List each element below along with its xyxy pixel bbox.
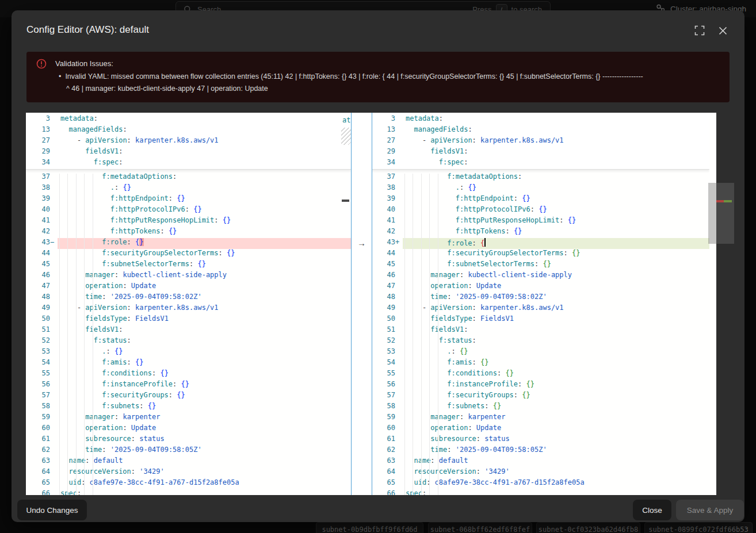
code-line[interactable]: 58 f:subnets: {}	[26, 402, 351, 413]
code-line[interactable]: 34 f:spec:	[26, 158, 351, 169]
code-line[interactable]: 63 name: default	[26, 457, 351, 467]
close-icon[interactable]	[717, 25, 728, 36]
code-line[interactable]: 49 - apiVersion: karpenter.k8s.aws/v1	[371, 304, 709, 315]
code-line[interactable]: 48 time: '2025-09-04T09:58:02Z'	[371, 293, 709, 304]
diff-removed-marker	[716, 200, 724, 202]
validation-line2: ^ 46 | manager: kubectl-client-side-appl…	[59, 83, 720, 95]
code-line[interactable]: 53 .: {}	[26, 347, 351, 358]
scrollbar-slider[interactable]	[708, 183, 734, 244]
code-line[interactable]: 3 metadata:	[26, 114, 351, 125]
code-line[interactable]: 45 f:subnetSelectorTerms: {}	[26, 260, 351, 271]
code-line[interactable]: 51 fieldsV1:	[371, 325, 709, 336]
diff-added-marker	[724, 200, 732, 202]
code-line[interactable]: 57 f:securityGroups: {}	[26, 391, 351, 402]
fullscreen-button[interactable]	[694, 25, 705, 36]
code-line[interactable]: 37 f:metadataOptions:	[26, 172, 351, 183]
code-line[interactable]: 37 f:metadataOptions:	[371, 172, 709, 183]
code-line[interactable]: 58 f:subnets: {}	[371, 402, 709, 413]
code-line[interactable]: 27 - apiVersion: karpenter.k8s.aws/v1	[26, 136, 351, 147]
code-line[interactable]: 54 f:amis: {}	[371, 358, 709, 369]
code-line[interactable]: 46 manager: kubectl-client-side-apply	[371, 271, 709, 282]
code-line[interactable]: 65 uid: c8afe97e-38cc-4f91-a767-d15f2a8f…	[371, 478, 709, 489]
validation-banner: Validation Issues: •Invalid YAML: missed…	[26, 52, 730, 102]
revert-arrow-icon[interactable]: →	[352, 237, 372, 248]
code-line[interactable]: 40 f:httpProtocolIPv6: {}	[371, 205, 709, 216]
code-line[interactable]: 43+ f:role: {	[371, 238, 709, 249]
code-line[interactable]: 62 time: '2025-09-04T09:58:05Z'	[26, 446, 351, 457]
code-line[interactable]: 42 f:httpTokens: {}	[371, 227, 709, 238]
scrollbar-track[interactable]	[709, 113, 716, 495]
code-line[interactable]: 57 f:securityGroups: {}	[371, 391, 709, 402]
code-line[interactable]: 13 managedFields:	[26, 125, 351, 136]
code-line[interactable]: 29 fieldsV1:	[26, 147, 351, 158]
code-line[interactable]: 50 fieldsType: FieldsV1	[26, 315, 351, 325]
code-line[interactable]: 66 spec:	[26, 489, 351, 495]
code-line[interactable]: 13 managedFields:	[371, 125, 709, 136]
code-line[interactable]: 51 fieldsV1:	[26, 325, 351, 336]
code-line[interactable]: 54 f:amis: {}	[26, 358, 351, 369]
sticky-scroll-left[interactable]: 3 metadata:13 managedFields:27 - apiVers…	[26, 114, 351, 170]
validation-line1: Invalid YAML: missed comma between flow …	[65, 72, 643, 80]
dialog-title: Config Editor (AWS): default	[26, 24, 149, 36]
code-line[interactable]: 61 subresource: status	[371, 435, 709, 446]
sticky-scroll-right[interactable]: 3 metadata:13 managedFields:27 - apiVers…	[371, 114, 709, 170]
viewport-marker	[342, 200, 349, 202]
validation-title: Validation Issues:	[55, 59, 113, 68]
close-button[interactable]: Close	[633, 500, 671, 520]
code-line[interactable]: 39 f:httpEndpoint: {}	[371, 194, 709, 205]
code-line[interactable]: 62 time: '2025-09-04T09:58:05Z'	[371, 446, 709, 457]
code-line[interactable]: 59 manager: karpenter	[371, 413, 709, 424]
hidden-region-hatch	[341, 128, 351, 145]
code-line[interactable]: 27 - apiVersion: karpenter.k8s.aws/v1	[371, 136, 709, 147]
code-line[interactable]: 47 operation: Update	[26, 282, 351, 293]
undo-changes-button[interactable]: Undo Changes	[17, 500, 87, 520]
code-line[interactable]: 48 time: '2025-09-04T09:58:02Z'	[26, 293, 351, 304]
code-line[interactable]: 41 f:httpPutResponseHopLimit: {}	[26, 216, 351, 227]
code-line[interactable]: 52 f:status:	[26, 336, 351, 347]
clipped-text-fragment: at	[342, 116, 350, 124]
modified-pane[interactable]: 3 metadata:13 managedFields:27 - apiVers…	[371, 114, 709, 495]
code-line[interactable]: 38 .: {}	[26, 183, 351, 194]
validation-message: •Invalid YAML: missed comma between flow…	[59, 71, 720, 95]
code-line[interactable]: 34 f:spec:	[371, 158, 709, 169]
code-line[interactable]: 29 fieldsV1:	[371, 147, 709, 158]
error-icon	[36, 59, 47, 71]
code-line[interactable]: 47 operation: Update	[371, 282, 709, 293]
original-pane[interactable]: 3 metadata:13 managedFields:27 - apiVers…	[26, 114, 351, 495]
code-line[interactable]: 42 f:httpTokens: {}	[26, 227, 351, 238]
diff-editor[interactable]: 3 metadata:13 managedFields:27 - apiVers…	[26, 113, 709, 495]
code-line[interactable]: 40 f:httpProtocolIPv6: {}	[26, 205, 351, 216]
code-line[interactable]: 59 manager: karpenter	[26, 413, 351, 424]
code-line[interactable]: 65 uid: c8afe97e-38cc-4f91-a767-d15f2a8f…	[26, 478, 351, 489]
code-line[interactable]: 56 f:instanceProfile: {}	[26, 380, 351, 391]
code-line[interactable]: 43− f:role: {}	[26, 238, 351, 249]
code-line[interactable]: 44 f:securityGroupSelectorTerms: {}	[26, 249, 351, 260]
code-line[interactable]: 50 fieldsType: FieldsV1	[371, 315, 709, 325]
code-line[interactable]: 46 manager: kubectl-client-side-apply	[26, 271, 351, 282]
code-line[interactable]: 52 f:status:	[371, 336, 709, 347]
code-line[interactable]: 64 resourceVersion: '3429'	[26, 467, 351, 478]
code-line[interactable]: 41 f:httpPutResponseHopLimit: {}	[371, 216, 709, 227]
code-line[interactable]: 49 - apiVersion: karpenter.k8s.aws/v1	[26, 304, 351, 315]
code-line[interactable]: 60 operation: Update	[371, 424, 709, 435]
config-editor-dialog: Config Editor (AWS): default Validation …	[12, 10, 744, 522]
save-apply-button[interactable]: Save & Apply	[676, 500, 744, 520]
code-line[interactable]: 45 f:subnetSelectorTerms: {}	[371, 260, 709, 271]
code-line[interactable]: 55 f:conditions: {}	[26, 369, 351, 380]
code-line[interactable]: 53 .: {}	[371, 347, 709, 358]
left-overview-ruler: at	[341, 113, 351, 495]
code-line[interactable]: 38 .: {}	[371, 183, 709, 194]
code-line[interactable]: 64 resourceVersion: '3429'	[371, 467, 709, 478]
code-line[interactable]: 63 name: default	[371, 457, 709, 467]
code-line[interactable]: 56 f:instanceProfile: {}	[371, 380, 709, 391]
code-line[interactable]: 39 f:httpEndpoint: {}	[26, 194, 351, 205]
code-line[interactable]: 55 f:conditions: {}	[371, 369, 709, 380]
code-line[interactable]: 60 operation: Update	[26, 424, 351, 435]
code-line[interactable]: 44 f:securityGroupSelectorTerms: {}	[371, 249, 709, 260]
text-cursor	[484, 238, 486, 247]
code-line[interactable]: 66 spec:	[371, 489, 709, 495]
diff-gutter: →	[351, 113, 372, 495]
code-line[interactable]: 3 metadata:	[371, 114, 709, 125]
code-line[interactable]: 61 subresource: status	[26, 435, 351, 446]
